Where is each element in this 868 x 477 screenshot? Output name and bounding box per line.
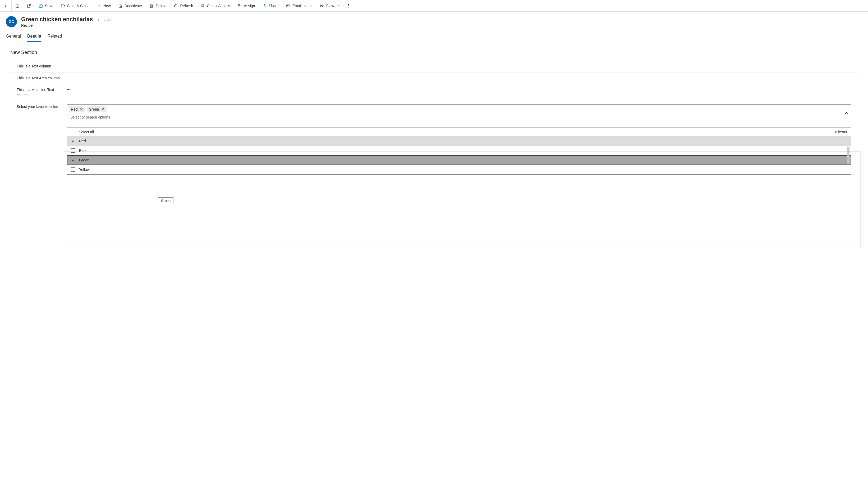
form-selector-button[interactable]	[12, 0, 23, 12]
new-button[interactable]: New	[93, 0, 115, 12]
tab-related[interactable]: Related	[47, 32, 62, 42]
field-label: This is a Text Area column	[17, 76, 62, 81]
trash-icon	[149, 4, 154, 8]
option-label: Red	[79, 139, 86, 143]
deactivate-label: Deactivate	[125, 4, 142, 8]
record-status: - Unsaved	[95, 18, 112, 22]
multiselect-control[interactable]: Red Green	[67, 104, 851, 122]
section-panel: New Section This is a Text column --- Th…	[6, 46, 862, 135]
option-label: Green	[79, 158, 89, 162]
option-checkbox[interactable]	[71, 148, 75, 153]
assign-icon	[238, 4, 242, 8]
field-value: ---	[67, 76, 71, 80]
multiselect-input[interactable]	[69, 114, 839, 120]
deactivate-button[interactable]: Deactivate	[115, 0, 146, 12]
flow-icon	[320, 4, 324, 8]
popout-icon	[27, 4, 31, 8]
multiselect-dropdown: Select all 6 items Red	[67, 127, 851, 175]
check-access-button[interactable]: Check Access	[197, 0, 234, 12]
email-link-button[interactable]: Email a Link	[282, 0, 316, 12]
tab-general[interactable]: General	[6, 32, 21, 42]
close-icon	[80, 108, 83, 111]
record-title: Green chicken enchiladas	[21, 16, 93, 23]
form-icon	[16, 4, 20, 8]
flow-label: Flow	[326, 4, 334, 8]
chip-red: Red	[69, 106, 85, 113]
share-icon	[262, 4, 267, 8]
svg-point-22	[348, 5, 348, 6]
svg-point-17	[201, 4, 203, 7]
check-access-icon	[200, 4, 205, 8]
deactivate-icon	[118, 4, 122, 8]
close-icon	[101, 108, 104, 111]
field-value: ---	[67, 64, 71, 68]
record-header: GC Green chicken enchiladas - Unsaved Re…	[0, 12, 868, 29]
svg-point-19	[238, 4, 240, 6]
email-link-label: Email a Link	[292, 4, 312, 8]
share-button[interactable]: Share	[258, 0, 282, 12]
record-entity: Recipe	[21, 23, 112, 28]
save-close-icon	[61, 4, 65, 8]
tooltip: Green	[158, 197, 174, 204]
save-button[interactable]: Save	[35, 0, 57, 12]
option-label: Yellow	[79, 168, 90, 172]
field-label: This is a Text column	[17, 64, 62, 69]
field-text[interactable]: This is a Text column ---	[10, 61, 858, 72]
overflow-button[interactable]	[343, 0, 354, 12]
tab-details[interactable]: Details	[27, 32, 41, 42]
delete-label: Delete	[156, 4, 166, 8]
field-multiline[interactable]: This is a Multi-line Text column ---	[10, 84, 858, 101]
select-all-checkbox[interactable]	[71, 130, 75, 134]
open-new-window-button[interactable]	[23, 0, 35, 12]
chip-green: Green	[87, 106, 106, 113]
assign-button[interactable]: Assign	[234, 0, 258, 12]
share-label: Share	[269, 4, 278, 8]
option-checkbox[interactable]	[71, 158, 75, 162]
option-yellow[interactable]: Yellow	[67, 165, 851, 174]
assign-label: Assign	[244, 4, 255, 8]
option-green[interactable]: Green	[67, 155, 851, 165]
form-tabs: General Details Related	[0, 29, 868, 42]
combo-toggle[interactable]	[845, 111, 848, 115]
new-label: New	[103, 4, 111, 8]
svg-rect-6	[40, 6, 42, 7]
option-checkbox[interactable]	[71, 139, 75, 143]
delete-button[interactable]: Delete	[146, 0, 170, 12]
chevron-down-icon	[336, 4, 339, 7]
option-checkbox[interactable]	[71, 168, 75, 172]
plus-icon	[97, 4, 101, 8]
option-red[interactable]: Red	[67, 136, 851, 146]
save-label: Save	[45, 4, 53, 8]
item-count: 6 items	[835, 130, 847, 134]
refresh-icon	[174, 4, 178, 8]
refresh-button[interactable]: Refresh	[170, 0, 197, 12]
save-icon	[39, 4, 43, 8]
option-label: Blue	[79, 148, 87, 153]
field-colors: Select your favorite colors Red Green	[10, 101, 858, 124]
back-button[interactable]	[0, 0, 12, 12]
mail-icon	[286, 4, 290, 8]
flow-button[interactable]: Flow	[316, 0, 343, 12]
check-access-label: Check Access	[207, 4, 230, 8]
section-title: New Section	[10, 50, 858, 55]
svg-line-18	[203, 6, 204, 7]
svg-point-23	[348, 7, 348, 7]
svg-rect-7	[62, 4, 63, 5]
save-close-button[interactable]: Save & Close	[57, 0, 93, 12]
field-textarea[interactable]: This is a Text Area column ---	[10, 72, 858, 84]
svg-rect-12	[150, 5, 153, 7]
option-blue[interactable]: Blue	[67, 146, 851, 155]
scrollbar-thumb[interactable]	[847, 147, 849, 164]
svg-rect-5	[40, 4, 41, 5]
chevron-up-icon	[845, 111, 848, 115]
dropdown-scrollbar[interactable]	[847, 146, 850, 173]
chip-remove-green[interactable]	[101, 108, 104, 111]
avatar: GC	[6, 16, 17, 27]
chip-remove-red[interactable]	[80, 108, 83, 111]
field-label: This is a Multi-line Text column	[17, 87, 62, 98]
save-close-label: Save & Close	[67, 4, 90, 8]
chip-label: Red	[71, 107, 78, 111]
select-all-label[interactable]: Select all	[79, 130, 94, 134]
arrow-left-icon	[4, 4, 8, 8]
command-bar: Save Save & Close New Deactivate Delete …	[0, 0, 868, 12]
